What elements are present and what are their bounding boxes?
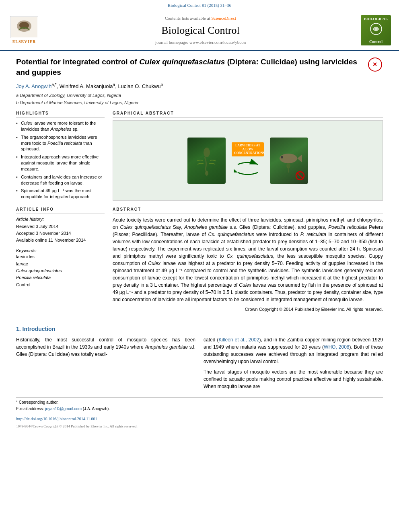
logo-label-top: Biological — [364, 16, 388, 22]
corresponding-footnote: * Corresponding author. — [16, 400, 383, 405]
email-link[interactable]: joyaa10@gmail.com — [45, 407, 82, 411]
abstract-copyright: Crown Copyright © 2014 Published by Else… — [113, 306, 383, 312]
svg-point-14 — [286, 163, 290, 168]
svg-point-7 — [205, 171, 208, 176]
email-footnote: E-mail address: joyaa10@gmail.com (J.A. … — [16, 406, 383, 412]
keywords-label: Keywords: — [16, 248, 105, 254]
issn-copyright: 1049-9644/Crown Copyright © 2014 Publish… — [16, 424, 383, 429]
intro-para-1: Historically, the most successful contro… — [16, 336, 195, 358]
doi-link[interactable]: http://dx.doi.org/10.1016/j.biocontrol.2… — [16, 417, 97, 421]
introduction-heading: 1. Introduction — [16, 325, 383, 333]
keyword-2: larvae — [16, 261, 105, 267]
no-symbol — [295, 171, 305, 181]
journal-citation-bar: Biological Control 81 (2015) 31–36 — [0, 0, 399, 11]
journal-homepage: journal homepage: www.elsevier.com/locat… — [44, 39, 357, 45]
diagram-right-image — [270, 138, 308, 184]
journal-center-info: Contents lists available at ScienceDirec… — [44, 15, 357, 45]
journal-header: ELSEVIER Contents lists available at Sci… — [0, 11, 399, 50]
introduction-section: 1. Introduction Historically, the most s… — [16, 325, 383, 394]
affiliations: a Department of Zoology, University of L… — [16, 92, 383, 106]
highlight-item-4: Containers and larvicides can increase o… — [16, 174, 105, 186]
cycle-arrows — [234, 158, 262, 179]
authors-line: Joy A. Anogwiha,*, Winifred A. Makanjuol… — [16, 82, 383, 90]
highlights-column: HIGHLIGHTS Culex larvae were more tolera… — [16, 111, 105, 202]
highlights-list: Culex larvae were more tolerant to the l… — [16, 120, 105, 200]
keyword-4: Poecilia reticulata — [16, 275, 105, 281]
elsevier-logo: ELSEVIER — [8, 16, 40, 45]
highlight-item-3: Integrated approach was more effective a… — [16, 154, 105, 172]
diagram-left-image — [187, 138, 226, 184]
intro-right-col: cated (Killeen et al., 2002), and in the… — [204, 336, 383, 393]
abstract-header: ABSTRACT — [113, 207, 383, 214]
journal-logo-right: Biological Control — [361, 15, 391, 45]
larvicide-label: LARVICIDES AT A LOW CONCENTRATIONS — [232, 142, 264, 156]
intro-para-2: The larval stages of mosquito vectors ar… — [204, 368, 383, 390]
keyword-1: larvicides — [16, 254, 105, 260]
history-label: Article history: — [16, 216, 105, 222]
crossmark-icon — [368, 58, 382, 72]
elsevier-logo-image — [10, 16, 38, 38]
footnotes-section: * Corresponding author. E-mail address: … — [16, 397, 383, 412]
keywords-section: Keywords: larvicides larvae Culex quinqu… — [16, 248, 105, 288]
received-date: Received 3 July 2014 — [16, 224, 105, 230]
logo-icon — [370, 23, 383, 38]
abstract-diagram: LARVICIDES AT A LOW CONCENTRATIONS — [183, 134, 312, 188]
journal-title: Biological Control — [44, 23, 357, 38]
killeen-ref[interactable]: Killeen et al., 2002 — [218, 337, 259, 343]
graphical-abstract-header: GRAPHICAL ABSTRACT — [113, 111, 383, 118]
intro-para-1-continued: cated (Killeen et al., 2002), and in the… — [204, 336, 383, 365]
svg-point-4 — [374, 27, 378, 31]
article-title-section: Potential for integrated control of Cule… — [16, 57, 383, 78]
highlight-item-1: Culex larvae were more tolerant to the l… — [16, 120, 105, 132]
abstract-text: Acute toxicity tests were carried out to… — [113, 216, 383, 303]
highlights-header: HIGHLIGHTS — [16, 111, 105, 118]
svg-point-13 — [281, 156, 283, 158]
keyword-3: Culex quinquefasciatus — [16, 268, 105, 274]
accepted-date: Accepted 3 November 2014 — [16, 230, 105, 236]
abstract-column: ABSTRACT Acute toxicity tests were carri… — [113, 207, 383, 312]
info-abstract-row: ARTICLE INFO Article history: Received 3… — [16, 207, 383, 312]
author-1-link[interactable]: Joy A. Anogwih — [16, 83, 51, 89]
doi-section: http://dx.doi.org/10.1016/j.biocontrol.2… — [16, 415, 383, 429]
diagram-center-arrow: LARVICIDES AT A LOW CONCENTRATIONS — [232, 142, 264, 179]
article-info-header: ARTICLE INFO — [16, 207, 105, 214]
graphical-abstract-column: GRAPHICAL ABSTRACT — [113, 111, 383, 202]
sciencedirect-link[interactable]: ScienceDirect — [211, 16, 236, 21]
introduction-two-col: Historically, the most successful contro… — [16, 336, 383, 393]
article-info-column: ARTICLE INFO Article history: Received 3… — [16, 207, 105, 312]
svg-point-11 — [280, 154, 297, 163]
keywords-list: larvicides larvae Culex quinquefasciatus… — [16, 254, 105, 288]
journal-citation: Biological Control 81 (2015) 31–36 — [168, 3, 231, 8]
article-title: Potential for integrated control of Cule… — [16, 57, 363, 78]
svg-point-6 — [204, 148, 210, 157]
highlight-item-2: The organophosphorus larvicides were mor… — [16, 134, 105, 152]
article-history: Article history: Received 3 July 2014 Ac… — [16, 216, 105, 244]
svg-line-16 — [297, 173, 303, 179]
logo-label-bottom: Control — [369, 39, 383, 45]
elsevier-brand-text: ELSEVIER — [12, 39, 36, 45]
intro-left-col: Historically, the most successful contro… — [16, 336, 195, 393]
article-container: Potential for integrated control of Cule… — [0, 51, 399, 437]
keyword-5: Control — [16, 282, 105, 288]
highlight-item-5: Spinosad at 49 µg L⁻¹ was the most compa… — [16, 188, 105, 200]
page-wrapper: Biological Control 81 (2015) 31–36 ELSEV… — [0, 0, 399, 437]
available-online-date: Available online 11 November 2014 — [16, 237, 105, 243]
highlights-graphical-row: HIGHLIGHTS Culex larvae were more tolera… — [16, 111, 383, 202]
who-ref[interactable]: WHO, 2008 — [324, 344, 349, 350]
graphical-abstract-image: LARVICIDES AT A LOW CONCENTRATIONS — [113, 120, 383, 201]
crossmark-badge — [367, 57, 383, 73]
sciencedirect-info: Contents lists available at ScienceDirec… — [44, 15, 357, 21]
section-divider-1 — [16, 319, 383, 319]
